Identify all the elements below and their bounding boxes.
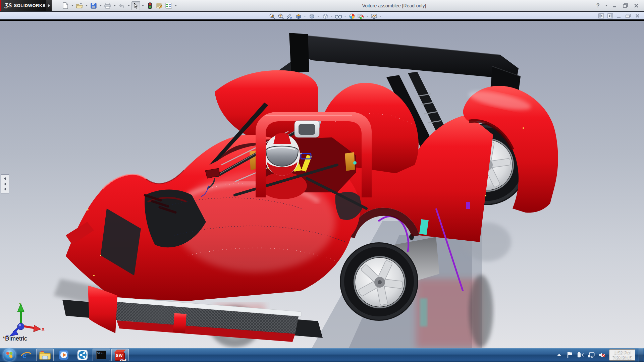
close-document-button[interactable]	[634, 13, 641, 19]
toggle-left-pane-icon	[598, 13, 604, 18]
menu-flyout-arrow[interactable]	[46, 0, 52, 11]
new-document-dropdown[interactable]	[70, 1, 74, 10]
save-dropdown[interactable]	[99, 1, 103, 10]
share-app-icon	[77, 350, 88, 360]
restore-button[interactable]	[621, 2, 630, 9]
zoom-to-area-icon	[278, 13, 284, 19]
restore-document-icon	[626, 14, 631, 18]
rebuild-button[interactable]	[146, 1, 154, 10]
feature-panel-tab[interactable]	[1, 174, 9, 193]
file-properties-button[interactable]	[155, 1, 164, 10]
options-button[interactable]	[164, 1, 173, 10]
options-checklist-icon	[165, 3, 172, 9]
help-button[interactable]: ?	[594, 2, 602, 9]
command-prompt-icon: C:\_	[96, 351, 106, 359]
previous-view-button[interactable]	[286, 13, 293, 19]
zoom-to-fit-icon	[269, 13, 275, 19]
minimize-button[interactable]	[610, 2, 619, 9]
taskbar-share-app[interactable]	[74, 349, 91, 361]
options-dropdown[interactable]	[174, 1, 178, 10]
minimize-document-button[interactable]	[616, 13, 623, 19]
logo-red-stripe	[0, 0, 1, 11]
display-style-button[interactable]	[321, 13, 329, 19]
toggle-right-pane-button[interactable]	[607, 13, 613, 19]
apply-scene-button[interactable]	[357, 13, 364, 19]
power-status-button[interactable]	[577, 351, 584, 359]
help-dropdown[interactable]	[604, 1, 608, 10]
power-plug-icon	[577, 351, 584, 359]
save-button[interactable]	[89, 1, 98, 10]
select-cursor-icon	[133, 3, 138, 9]
view-orientation-button[interactable]	[308, 13, 315, 19]
show-hidden-icons-button[interactable]	[555, 351, 563, 359]
new-document-button[interactable]	[61, 1, 70, 10]
zoom-to-area-button[interactable]	[277, 13, 284, 19]
taskbar-clock[interactable]: 1:52 PM 7/28/2015	[609, 349, 635, 361]
orientation-triad: Y X Z	[5, 301, 45, 340]
model-3d-view	[0, 21, 644, 348]
print-dropdown[interactable]	[113, 1, 117, 10]
new-document-icon	[62, 2, 68, 9]
close-icon	[634, 3, 639, 8]
printer-icon	[104, 3, 111, 9]
taskbar-windows-explorer[interactable]	[36, 349, 54, 361]
appearance-sphere-icon	[349, 13, 355, 19]
select-tool-button[interactable]	[131, 1, 140, 10]
select-tool-dropdown[interactable]	[141, 1, 145, 10]
restore-document-button[interactable]	[625, 13, 632, 19]
open-document-button[interactable]	[75, 1, 84, 10]
toggle-left-pane-button[interactable]	[598, 13, 604, 19]
hide-show-items-button[interactable]	[335, 13, 342, 19]
close-button[interactable]	[632, 2, 641, 9]
windows-flag-icon	[6, 352, 13, 358]
print-button[interactable]	[103, 1, 112, 10]
zoom-to-fit-button[interactable]	[268, 13, 276, 19]
view-settings-dropdown[interactable]	[379, 13, 382, 19]
undo-button[interactable]	[117, 1, 126, 10]
tow-pillar	[173, 313, 186, 333]
notification-area: 1:52 PM 7/28/2015	[555, 348, 644, 362]
action-center-button[interactable]	[566, 351, 574, 359]
volume-muted-icon	[598, 351, 606, 359]
section-view-dropdown[interactable]	[303, 13, 307, 19]
taskbar-command-prompt[interactable]: C:\_	[93, 349, 110, 361]
view-settings-button[interactable]	[370, 13, 378, 19]
media-player-icon	[58, 350, 69, 360]
show-hidden-icons-arrow	[557, 353, 561, 357]
solidworks-logo: ƷS SOLIDWORKS	[0, 0, 46, 11]
apply-scene-icon	[358, 13, 364, 19]
open-document-dropdown[interactable]	[85, 1, 89, 10]
previous-view-icon	[286, 13, 293, 19]
eyeglasses-icon	[335, 14, 342, 19]
view-orientation-dropdown[interactable]	[317, 13, 320, 19]
network-status-button[interactable]	[588, 351, 595, 359]
flag-icon	[567, 351, 573, 359]
hide-show-items-dropdown[interactable]	[343, 13, 347, 19]
traffic-light-icon	[148, 2, 152, 9]
undo-dropdown[interactable]	[127, 1, 131, 10]
solidworks-year-badge: 2015	[120, 358, 126, 361]
undo-arrow-icon	[118, 3, 125, 9]
start-button[interactable]	[3, 348, 16, 362]
section-view-icon	[295, 13, 302, 19]
folder-icon	[39, 350, 51, 360]
show-desktop-button[interactable]	[639, 348, 643, 362]
internet-explorer-icon: e	[20, 350, 32, 360]
svg-text:e: e	[22, 350, 26, 360]
section-view-button[interactable]	[294, 13, 302, 19]
display-style-dropdown[interactable]	[330, 13, 333, 19]
edit-appearance-button[interactable]	[348, 13, 356, 19]
taskbar-internet-explorer[interactable]: e	[17, 349, 35, 361]
volume-button[interactable]	[598, 351, 606, 359]
solidworks-window: ƷS SOLIDWORKS	[0, 0, 644, 362]
titlebar: ƷS SOLIDWORKS	[0, 0, 644, 11]
clock-time: 1:52 PM	[612, 350, 632, 355]
center-wheel	[340, 242, 418, 321]
open-folder-icon	[76, 3, 83, 9]
graphics-area[interactable]: Y X Z *Dimetric	[0, 21, 644, 348]
dassault-3s-glyph: ƷS	[5, 3, 12, 9]
view-orientation-label: *Dimetric	[3, 335, 27, 342]
taskbar-solidworks[interactable]: SW 2015	[111, 349, 129, 361]
apply-scene-dropdown[interactable]	[366, 13, 369, 19]
taskbar-media-player[interactable]	[55, 349, 72, 361]
